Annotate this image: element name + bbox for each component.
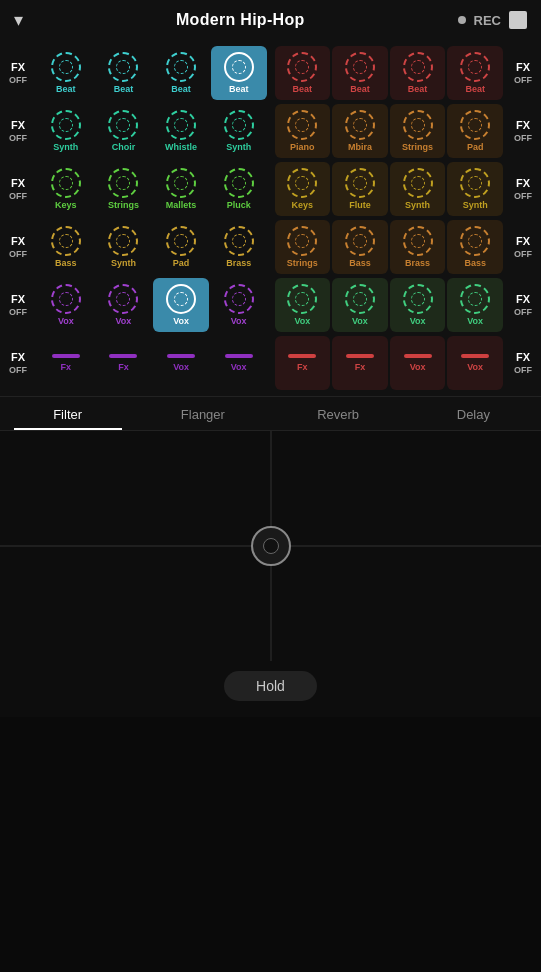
- cells-left-fx-dash: FxFxVoxVox: [36, 336, 269, 390]
- list-item[interactable]: Bass: [38, 220, 94, 274]
- cells-left-bass: BassSynthPadBrass: [36, 220, 269, 274]
- list-item[interactable]: Fx: [275, 336, 331, 390]
- xy-knob[interactable]: [251, 526, 291, 566]
- grid-row-beat: FXOFFBeatBeatBeatBeatBeatBeatBeatBeatFXO…: [0, 44, 541, 102]
- list-item[interactable]: Beat: [153, 46, 209, 100]
- list-item[interactable]: Brass: [390, 220, 446, 274]
- list-item[interactable]: Strings: [96, 162, 152, 216]
- list-item[interactable]: Vox: [332, 278, 388, 332]
- list-item[interactable]: Pad: [153, 220, 209, 274]
- tab-delay[interactable]: Delay: [406, 397, 541, 430]
- page-title: Modern Hip-Hop: [176, 11, 305, 29]
- list-item[interactable]: Vox: [211, 336, 267, 390]
- list-item[interactable]: Synth: [447, 162, 503, 216]
- list-item[interactable]: Keys: [275, 162, 331, 216]
- fx-left-synth[interactable]: FXOFF: [0, 104, 36, 158]
- cells-left-keys: KeysStringsMalletsPluck: [36, 162, 269, 216]
- list-item[interactable]: Fx: [332, 336, 388, 390]
- fx-tabs: FilterFlangerReverbDelay: [0, 396, 541, 431]
- list-item[interactable]: Vox: [211, 278, 267, 332]
- list-item[interactable]: Vox: [275, 278, 331, 332]
- rec-indicator-dot: [458, 16, 466, 24]
- xy-pad[interactable]: [0, 431, 541, 661]
- fx-right-fx-dash[interactable]: FXOFF: [505, 336, 541, 390]
- list-item[interactable]: Brass: [211, 220, 267, 274]
- stop-button[interactable]: [509, 11, 527, 29]
- list-item[interactable]: Synth: [38, 104, 94, 158]
- list-item[interactable]: Fx: [38, 336, 94, 390]
- cells-left-synth: SynthChoirWhistleSynth: [36, 104, 269, 158]
- fx-left-beat[interactable]: FXOFF: [0, 46, 36, 100]
- grid-row-synth: FXOFFSynthChoirWhistleSynthPianoMbiraStr…: [0, 102, 541, 160]
- list-item[interactable]: Pluck: [211, 162, 267, 216]
- grid-row-bass: FXOFFBassSynthPadBrassStringsBassBrassBa…: [0, 218, 541, 276]
- fx-left-fx-dash[interactable]: FXOFF: [0, 336, 36, 390]
- header-controls: REC: [458, 11, 527, 29]
- tab-filter[interactable]: Filter: [0, 397, 135, 430]
- list-item[interactable]: Vox: [447, 278, 503, 332]
- cells-right-beat: BeatBeatBeatBeat: [273, 46, 506, 100]
- list-item[interactable]: Mbira: [332, 104, 388, 158]
- list-item[interactable]: Vox: [153, 336, 209, 390]
- fx-right-bass[interactable]: FXOFF: [505, 220, 541, 274]
- list-item[interactable]: Vox: [153, 278, 209, 332]
- list-item[interactable]: Bass: [332, 220, 388, 274]
- list-item[interactable]: Beat: [275, 46, 331, 100]
- grid-row-keys: FXOFFKeysStringsMalletsPluckKeysFluteSyn…: [0, 160, 541, 218]
- beat-grid: FXOFFBeatBeatBeatBeatBeatBeatBeatBeatFXO…: [0, 40, 541, 396]
- cells-right-fx-dash: FxFxVoxVox: [273, 336, 506, 390]
- fx-left-keys[interactable]: FXOFF: [0, 162, 36, 216]
- list-item[interactable]: Flute: [332, 162, 388, 216]
- list-item[interactable]: Beat: [447, 46, 503, 100]
- list-item[interactable]: Synth: [211, 104, 267, 158]
- list-item[interactable]: Beat: [211, 46, 267, 100]
- list-item[interactable]: Fx: [96, 336, 152, 390]
- fx-left-bass[interactable]: FXOFF: [0, 220, 36, 274]
- list-item[interactable]: Vox: [447, 336, 503, 390]
- cells-right-synth: PianoMbiraStringsPad: [273, 104, 506, 158]
- cells-left-beat: BeatBeatBeatBeat: [36, 46, 269, 100]
- list-item[interactable]: Piano: [275, 104, 331, 158]
- list-item[interactable]: Beat: [332, 46, 388, 100]
- tab-reverb[interactable]: Reverb: [271, 397, 406, 430]
- grid-row-fx-dash: FXOFFFxFxVoxVoxFxFxVoxVoxFXOFF: [0, 334, 541, 392]
- list-item[interactable]: Vox: [96, 278, 152, 332]
- cells-right-keys: KeysFluteSynthSynth: [273, 162, 506, 216]
- list-item[interactable]: Keys: [38, 162, 94, 216]
- list-item[interactable]: Pad: [447, 104, 503, 158]
- list-item[interactable]: Bass: [447, 220, 503, 274]
- list-item[interactable]: Choir: [96, 104, 152, 158]
- list-item[interactable]: Strings: [275, 220, 331, 274]
- list-item[interactable]: Beat: [390, 46, 446, 100]
- grid-row-vox: FXOFFVoxVoxVoxVoxVoxVoxVoxVoxFXOFF: [0, 276, 541, 334]
- fx-right-keys[interactable]: FXOFF: [505, 162, 541, 216]
- list-item[interactable]: Strings: [390, 104, 446, 158]
- list-item[interactable]: Whistle: [153, 104, 209, 158]
- menu-chevron-icon[interactable]: ▾: [14, 9, 23, 31]
- list-item[interactable]: Mallets: [153, 162, 209, 216]
- list-item[interactable]: Vox: [390, 336, 446, 390]
- cells-right-bass: StringsBassBrassBass: [273, 220, 506, 274]
- fx-right-synth[interactable]: FXOFF: [505, 104, 541, 158]
- hold-button[interactable]: Hold: [224, 671, 317, 701]
- fx-right-vox[interactable]: FXOFF: [505, 278, 541, 332]
- list-item[interactable]: Vox: [38, 278, 94, 332]
- list-item[interactable]: Beat: [38, 46, 94, 100]
- list-item[interactable]: Beat: [96, 46, 152, 100]
- fx-right-beat[interactable]: FXOFF: [505, 46, 541, 100]
- xy-knob-inner: [263, 538, 279, 554]
- cells-left-vox: VoxVoxVoxVox: [36, 278, 269, 332]
- hold-area: Hold: [0, 661, 541, 717]
- fx-left-vox[interactable]: FXOFF: [0, 278, 36, 332]
- list-item[interactable]: Vox: [390, 278, 446, 332]
- rec-label[interactable]: REC: [474, 13, 501, 28]
- list-item[interactable]: Synth: [390, 162, 446, 216]
- app-header: ▾ Modern Hip-Hop REC: [0, 0, 541, 40]
- tab-flanger[interactable]: Flanger: [135, 397, 270, 430]
- cells-right-vox: VoxVoxVoxVox: [273, 278, 506, 332]
- list-item[interactable]: Synth: [96, 220, 152, 274]
